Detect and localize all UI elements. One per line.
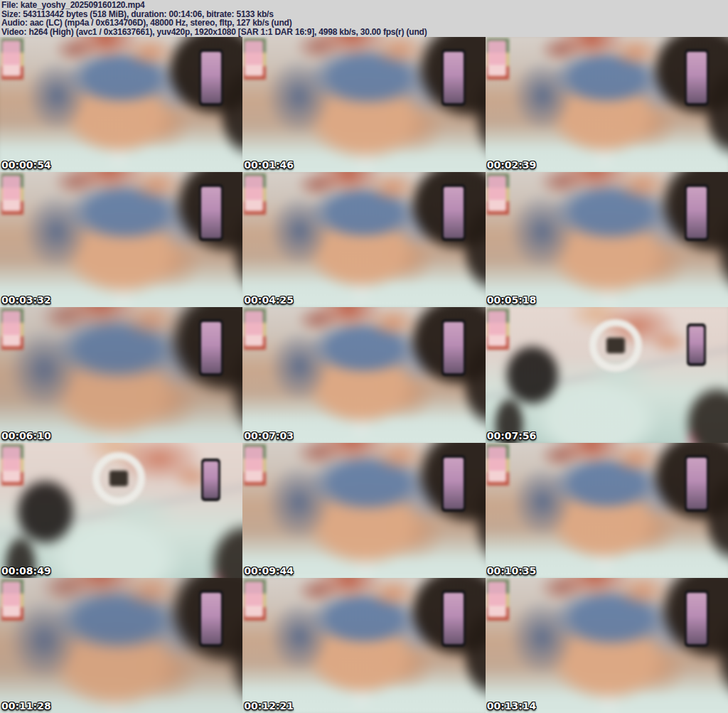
timestamp-overlay: 00:07:56 xyxy=(487,430,537,441)
ring-light xyxy=(92,452,145,505)
streamer-badge-overlay xyxy=(2,581,21,617)
thumbnail-grid: 00:00:54 00:01:46 00:02:39 00:03:32 00:0… xyxy=(0,37,728,713)
video-thumbnail[interactable]: 00:07:56 xyxy=(486,307,728,442)
video-thumbnail[interactable]: 00:03:32 xyxy=(0,172,242,307)
video-info-line: Video: h264 (High) (avc1 / 0x31637661), … xyxy=(1,28,728,37)
phone-overlay xyxy=(441,319,466,376)
phone-overlay xyxy=(199,184,223,241)
video-thumbnail[interactable]: 00:02:39 xyxy=(486,37,728,172)
streamer-badge-overlay xyxy=(488,176,506,211)
timestamp-overlay: 00:13:14 xyxy=(487,700,537,712)
streamer-badge-overlay xyxy=(2,41,21,76)
phone-overlay xyxy=(685,184,709,241)
timestamp-overlay: 00:06:10 xyxy=(1,430,51,441)
phone-overlay xyxy=(199,49,223,106)
phone-overlay xyxy=(685,590,709,647)
streamer-badge-overlay xyxy=(488,41,506,76)
phone-overlay xyxy=(441,590,466,647)
phone-overlay xyxy=(199,590,223,647)
video-thumbnail[interactable]: 00:13:14 xyxy=(486,578,728,713)
timestamp-overlay: 00:10:35 xyxy=(487,565,537,577)
timestamp-overlay: 00:00:54 xyxy=(1,159,51,171)
streamer-badge-overlay xyxy=(2,311,21,346)
timestamp-overlay: 00:12:21 xyxy=(244,700,294,712)
phone-overlay xyxy=(441,455,466,512)
phone-overlay xyxy=(199,319,223,376)
streamer-badge-overlay xyxy=(2,176,21,211)
phone-overlay xyxy=(441,184,466,241)
video-thumbnail[interactable]: 00:00:54 xyxy=(0,37,242,172)
video-thumbnail[interactable]: 00:12:21 xyxy=(242,578,485,713)
video-thumbnail[interactable]: 00:08:49 xyxy=(0,443,242,578)
streamer-badge-overlay xyxy=(245,41,263,76)
phone-overlay xyxy=(201,459,220,501)
video-thumbnail[interactable]: 00:07:03 xyxy=(242,307,485,442)
timestamp-overlay: 00:09:44 xyxy=(244,565,294,577)
streamer-badge-overlay xyxy=(2,446,21,482)
timestamp-overlay: 00:11:28 xyxy=(1,700,51,712)
streamer-badge-overlay xyxy=(245,446,263,482)
video-thumbnail[interactable]: 00:10:35 xyxy=(486,443,728,578)
phone-overlay xyxy=(685,455,709,512)
streamer-badge-overlay xyxy=(488,446,506,482)
timestamp-overlay: 00:02:39 xyxy=(487,159,537,171)
phone-overlay xyxy=(685,49,709,106)
streamer-badge-overlay xyxy=(488,581,506,617)
video-thumbnail[interactable]: 00:06:10 xyxy=(0,307,242,442)
streamer-badge-overlay xyxy=(245,176,263,211)
streamer-badge-overlay xyxy=(488,311,506,346)
video-thumbnail[interactable]: 00:09:44 xyxy=(242,443,485,578)
timestamp-overlay: 00:04:25 xyxy=(244,294,294,306)
timestamp-overlay: 00:05:18 xyxy=(487,294,537,306)
phone-overlay xyxy=(441,49,466,106)
phone-overlay xyxy=(687,323,706,366)
metadata-header: File: kate_yoshy_202509160120.mp4 Size: … xyxy=(0,0,728,37)
timestamp-overlay: 00:03:32 xyxy=(1,294,51,306)
file-info-line: File: kate_yoshy_202509160120.mp4 xyxy=(1,1,728,10)
streamer-badge-overlay xyxy=(245,311,263,346)
video-thumbnail[interactable]: 00:04:25 xyxy=(242,172,485,307)
timestamp-overlay: 00:01:46 xyxy=(244,159,294,171)
streamer-badge-overlay xyxy=(245,581,263,617)
video-thumbnail[interactable]: 00:05:18 xyxy=(486,172,728,307)
timestamp-overlay: 00:07:03 xyxy=(244,430,294,441)
timestamp-overlay: 00:08:49 xyxy=(1,565,51,577)
video-thumbnail[interactable]: 00:01:46 xyxy=(242,37,485,172)
video-thumbnail[interactable]: 00:11:28 xyxy=(0,578,242,713)
